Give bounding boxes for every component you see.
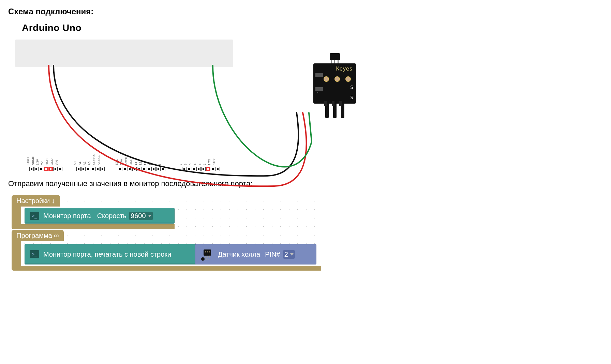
arduino-pin-12: 12 [142, 167, 146, 171]
chevron-down-icon [290, 253, 294, 256]
sensor-icon [198, 247, 214, 262]
section-title: Схема подключения: [8, 7, 603, 16]
monitor-port-block[interactable]: >_ Монитор порта Скорость 9600 [25, 208, 175, 224]
println-block[interactable]: >_ Монитор порта, печатать с новой строк… [25, 244, 198, 264]
svg-point-1 [205, 252, 206, 253]
arduino-pin-sda: SDA [123, 167, 127, 171]
monitor-port-label: Монитор порта [43, 212, 91, 220]
arduino-pin-11: 11 [147, 167, 151, 171]
arduino-pin-a1: A1 [81, 167, 86, 171]
chevron-down-icon [148, 215, 151, 217]
arduino-pin-3: 3 [201, 167, 206, 171]
pin-label: PIN# [265, 251, 280, 258]
program-hat[interactable]: Программа ∞ [12, 230, 64, 241]
arduino-pin-5: 5 [192, 167, 196, 171]
arduino-pin-2: 2 [206, 167, 210, 171]
arduino-pin-0rx: 0 RX [215, 167, 220, 171]
arduino-pin-a3: A3 [91, 167, 95, 171]
board-name: Arduino Uno [22, 22, 603, 33]
settings-hat[interactable]: Настройки ↓ [12, 195, 60, 207]
arduino-pin-3.3v: 3.3V [39, 167, 43, 171]
sensor-brand: Keyes [336, 65, 353, 72]
arduino-pin-a0: A0 [76, 167, 81, 171]
arduino-pin-5v: 5V [44, 167, 48, 171]
wire-gnd [54, 65, 298, 176]
arduino-pin-a2: A2 [86, 167, 90, 171]
arduino-pin-9: 9 [156, 167, 161, 171]
terminal-icon: >_ [30, 250, 39, 258]
arduino-pin-aref: AREF [128, 167, 132, 171]
arduino-pin-reset: RESET [34, 167, 39, 171]
arduino-pin-ioref: IOREF [29, 167, 34, 171]
arduino-pin-gnd: GND [132, 167, 137, 171]
pin-value: 2 [284, 251, 288, 258]
hall-sensor-label: Датчик холла [218, 251, 260, 258]
arduino-pin-10: 10 [151, 167, 156, 171]
sensor-label-minus: - [316, 89, 319, 95]
arduino-pin-vin: VIN [58, 167, 62, 171]
serial-intro-text: Отправим полученные значения в монитор п… [8, 179, 603, 188]
println-label: Монитор порта, печатать с новой строки [43, 251, 171, 258]
svg-line-6 [209, 256, 210, 260]
sensor-pcb: Keyes S - S [313, 63, 356, 104]
hall-sensor-block[interactable]: Датчик холла PIN# 2 [195, 244, 316, 264]
speed-dropdown[interactable]: 9600 [129, 212, 153, 220]
arduino-pin-row: IOREFRESET3.3V5VGNDGNDVINA0A1A2A3A4 SDAA… [15, 164, 233, 171]
hall-sensor-module: Keyes S - S [313, 53, 356, 118]
arduino-pin-7: 7 [182, 167, 187, 171]
arduino-pin-scl: SCL [118, 167, 122, 171]
arduino-pin-1tx: 1 TX [211, 167, 215, 171]
arduino-pin-gnd: GND [48, 167, 53, 171]
wire-signal [213, 65, 312, 167]
svg-line-5 [206, 256, 208, 260]
terminal-icon: >_ [30, 212, 39, 220]
arduino-pin-13: 13 [137, 167, 141, 171]
arduino-pin-8: 8 [161, 167, 165, 171]
sensor-label-s: S [351, 85, 353, 90]
svg-rect-0 [204, 249, 211, 256]
sensor-label-s2: S [351, 95, 353, 100]
pin-dropdown[interactable]: 2 [283, 250, 295, 259]
svg-point-2 [207, 252, 208, 253]
wiring-diagram: IOREFRESET3.3V5VGNDGNDVINA0A1A2A3A4 SDAA… [15, 40, 373, 172]
arduino-pin-6: 6 [187, 167, 191, 171]
svg-point-7 [201, 257, 205, 261]
block-code-area: Настройки ↓ >_ Монитор порта Скорость 96… [8, 193, 315, 276]
arduino-pin-4: 4 [196, 167, 201, 171]
arduino-pin-gnd: GND [53, 167, 58, 171]
arduino-header-strip [15, 40, 233, 67]
svg-point-3 [209, 252, 210, 253]
speed-label: Скорость [97, 212, 126, 220]
arduino-pin-a4sda: A4 SDA [95, 167, 100, 171]
speed-value: 9600 [131, 212, 146, 220]
arduino-pin-a5scl: A5 SCL [100, 167, 105, 171]
